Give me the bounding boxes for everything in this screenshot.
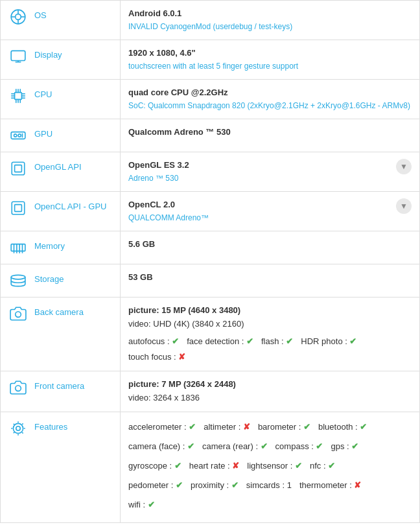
features-row: pedometer : ✔proximity : ✔simcards : 1th…: [128, 477, 412, 494]
row-label: CPU: [34, 86, 52, 99]
feature-item: simcards : 1: [246, 480, 292, 490]
value-number: 1: [287, 480, 292, 490]
feature-item: barometer : ✔: [258, 422, 310, 432]
feature-item: camera (rear) : ✔: [202, 441, 268, 451]
check-icon: ✔: [360, 422, 367, 432]
row-label: Features: [34, 419, 67, 432]
check-icon: ✔: [328, 461, 335, 471]
row-label: Display: [34, 47, 62, 60]
cpu-icon: [8, 86, 28, 106]
check-icon: ✔: [349, 336, 356, 346]
feature-item: flash : ✔: [261, 336, 293, 346]
row-storage: Storage 53 GB: [1, 264, 420, 297]
feature-item: lightsensor : ✔: [247, 461, 302, 471]
expand-button[interactable]: ▼: [396, 159, 412, 174]
row-label: Back camera: [34, 304, 84, 317]
check-icon: ✔: [176, 480, 183, 490]
feature-item: gyroscope : ✔: [128, 461, 181, 471]
value-with-chevron: OpenCL 2.0 QUALCOMM Adreno™ ▼: [128, 198, 412, 224]
feature-item: bluetooth : ✔: [318, 422, 367, 432]
row-opencl: OpenCL API - GPU OpenCL 2.0 QUALCOMM Adr…: [1, 191, 420, 231]
row-label: GPU: [34, 126, 52, 139]
expand-button[interactable]: ▼: [396, 198, 412, 214]
row-label: OpenCL API - GPU: [34, 198, 107, 211]
check-icon: ✔: [174, 461, 181, 471]
feature-item: nfc : ✔: [310, 461, 335, 471]
check-icon: ✔: [246, 336, 253, 346]
cross-icon: ✘: [354, 480, 361, 490]
value-main: OpenCL 2.0: [128, 198, 209, 212]
check-icon: ✔: [189, 422, 196, 432]
row-backcam: Back camera picture: 15 MP (4640 x 3480)…: [1, 297, 420, 371]
label-inner: CPU: [8, 86, 112, 106]
feature-item: autofocus : ✔: [128, 336, 179, 346]
row-opengl: OpenGL API OpenGL ES 3.2 Adreno ™ 530 ▼: [1, 152, 420, 191]
row-os: OS Android 6.0.1INVALID CyanogenMod (use…: [1, 1, 420, 40]
svg-rect-26: [12, 162, 25, 175]
features-icon: [8, 419, 28, 438]
svg-point-24: [18, 134, 21, 137]
cam-features-2: touch focus : ✘: [128, 351, 412, 364]
row-label: OpenGL API: [34, 159, 82, 172]
value-sub: SoC: Qualcomm Snapdragon 820 (2xKryo@2.1…: [128, 100, 412, 112]
value-sub: Adreno ™ 530: [128, 172, 189, 185]
frontcam-picture: picture: 7 MP (3264 x 2448): [128, 378, 412, 391]
svg-point-41: [16, 386, 21, 391]
features-grid: accelerometer : ✔altimeter : ✘barometer …: [128, 419, 412, 513]
value-main: quad core CPU @2.2GHz: [128, 86, 412, 100]
value-main: OpenGL ES 3.2: [128, 159, 189, 172]
value-main: 5.6 GB: [128, 238, 412, 251]
svg-rect-6: [11, 51, 25, 60]
label-inner: Memory: [8, 238, 112, 257]
svg-rect-29: [15, 205, 22, 212]
feature-item: heart rate : ✘: [189, 461, 239, 471]
camera-icon: [8, 304, 28, 323]
feature-item: HDR photo : ✔: [301, 336, 356, 346]
label-inner: Storage: [8, 271, 112, 290]
feature-item: gps : ✔: [331, 441, 358, 451]
svg-rect-30: [11, 244, 25, 251]
value-text: OpenCL 2.0 QUALCOMM Adreno™: [128, 198, 209, 224]
cross-icon: ✘: [232, 461, 239, 471]
row-gpu: GPU Qualcomm Adreno ™ 530: [1, 119, 420, 152]
cross-icon: ✘: [243, 422, 250, 432]
label-inner: OS: [8, 7, 112, 27]
row-label: Front camera: [34, 378, 84, 391]
opencl-icon: [8, 198, 28, 218]
label-inner: Display: [8, 47, 112, 66]
value-main: 53 GB: [128, 271, 412, 285]
frontcam-icon: [8, 378, 28, 397]
feature-item: face detection : ✔: [187, 336, 253, 346]
check-icon: ✔: [351, 441, 358, 451]
label-inner: OpenCL API - GPU: [8, 198, 112, 218]
svg-point-39: [11, 275, 25, 279]
check-icon: ✔: [295, 461, 302, 471]
label-inner: Back camera: [8, 304, 112, 323]
label-inner: OpenGL API: [8, 159, 112, 178]
svg-rect-28: [12, 202, 25, 215]
row-label: Storage: [34, 271, 64, 284]
cross-icon: ✘: [178, 352, 185, 362]
row-label: OS: [34, 7, 47, 20]
row-display: Display 1920 x 1080, 4.6"touchscreen wit…: [1, 40, 420, 79]
label-inner: Front camera: [8, 378, 112, 397]
row-features: Features accelerometer : ✔altimeter : ✘b…: [1, 412, 420, 522]
row-label: Memory: [34, 238, 65, 251]
feature-item: accelerometer : ✔: [128, 422, 196, 432]
cam-features-1: autofocus : ✔face detection : ✔flash : ✔…: [128, 335, 412, 349]
svg-point-40: [16, 312, 21, 318]
value-main: 1920 x 1080, 4.6": [128, 47, 412, 60]
feature-item: touch focus : ✘: [128, 352, 185, 362]
check-icon: ✔: [303, 422, 310, 432]
gpu-icon: [8, 126, 28, 145]
feature-item: wifi : ✔: [128, 500, 155, 509]
feature-item: compass : ✔: [275, 441, 323, 451]
feature-item: pedometer : ✔: [128, 480, 183, 490]
label-inner: Features: [8, 419, 112, 438]
check-icon: ✔: [172, 336, 179, 346]
check-icon: ✔: [286, 336, 293, 346]
value-sub: touchscreen with at least 5 finger gestu…: [128, 60, 412, 73]
memory-icon: [8, 238, 28, 257]
value-with-chevron: OpenGL ES 3.2 Adreno ™ 530 ▼: [128, 159, 412, 185]
features-row: camera (face) : ✔camera (rear) : ✔compas…: [128, 438, 412, 455]
